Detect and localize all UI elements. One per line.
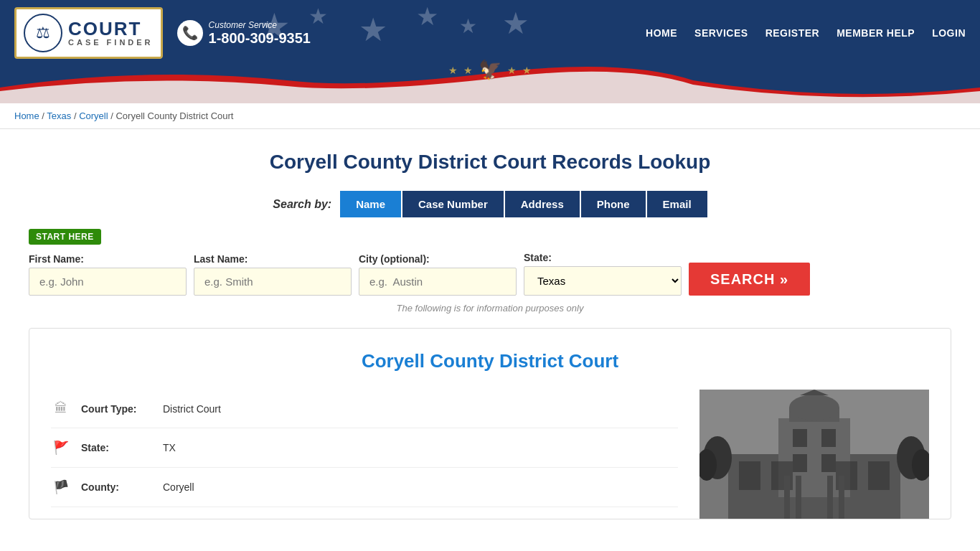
court-type-icon: 🏛 (51, 401, 71, 416)
detail-row-state: 🚩 State: TX (51, 428, 678, 468)
breadcrumb-county[interactable]: Coryell (79, 110, 108, 121)
info-note: The following is for information purpose… (29, 303, 951, 314)
courthouse-image (699, 390, 929, 519)
start-here-badge: START HERE (29, 229, 101, 245)
page-title: Coryell County District Court Records Lo… (29, 151, 951, 174)
county-icon: 🏴 (51, 479, 71, 495)
breadcrumb-home[interactable]: Home (14, 110, 39, 121)
county-detail-label: County: (81, 481, 153, 493)
svg-rect-14 (821, 454, 836, 472)
phone-icon: 📞 (177, 20, 203, 46)
court-card: Coryell County District Court 🏛 Court Ty… (29, 328, 951, 519)
header-left: ⚖ COURT CASE FINDER 📞 Customer Service 1… (14, 7, 311, 59)
svg-rect-18 (839, 476, 844, 519)
logo-text: COURT CASE FINDER (68, 19, 154, 47)
svg-rect-12 (821, 429, 836, 447)
state-detail-label: State: (81, 442, 153, 453)
logo-casefinder-text: CASE FINDER (68, 38, 154, 47)
svg-rect-11 (793, 429, 807, 447)
county-detail-value: Coryell (163, 481, 194, 493)
courthouse-svg (699, 390, 929, 519)
breadcrumb: Home / Texas / Coryell / Coryell County … (0, 103, 980, 129)
breadcrumb-state[interactable]: Texas (47, 110, 71, 121)
first-name-group: First Name: (29, 253, 187, 296)
site-header: ★ ★ ★ ★ ★ ★ ⚖ COURT CASE FINDER 📞 Custom… (0, 0, 980, 66)
state-group: State: Texas (524, 252, 682, 296)
nav-services[interactable]: SERVICES (694, 27, 748, 39)
nav-register[interactable]: REGISTER (765, 27, 820, 39)
main-content: Coryell County District Court Records Lo… (0, 129, 980, 541)
nav-home[interactable]: HOME (646, 27, 677, 39)
site-logo[interactable]: ⚖ COURT CASE FINDER (14, 7, 163, 59)
court-card-title: Coryell County District Court (51, 350, 929, 372)
svg-point-5 (789, 395, 839, 420)
last-name-group: Last Name: (194, 253, 352, 296)
detail-row-court-type: 🏛 Court Type: District Court (51, 390, 678, 428)
court-details: 🏛 Court Type: District Court 🚩 State: TX… (51, 390, 678, 507)
tab-name[interactable]: Name (340, 191, 401, 217)
nav-login[interactable]: LOGIN (932, 27, 966, 39)
tab-phone[interactable]: Phone (581, 191, 646, 217)
state-detail-value: TX (163, 442, 176, 453)
court-info-body: 🏛 Court Type: District Court 🚩 State: TX… (51, 390, 929, 519)
first-name-input[interactable] (29, 268, 187, 296)
logo-court-text: COURT (68, 19, 154, 38)
phone-label: Customer Service (209, 20, 311, 30)
state-label: State: (524, 252, 682, 263)
breadcrumb-current: Coryell County District Court (116, 110, 233, 121)
search-by-row: Search by: Name Case Number Address Phon… (29, 191, 951, 217)
search-button[interactable]: SEARCH » (689, 263, 810, 296)
svg-rect-17 (827, 476, 833, 519)
city-input[interactable] (359, 268, 517, 296)
court-type-label: Court Type: (81, 403, 153, 415)
svg-rect-7 (739, 461, 760, 490)
tab-email[interactable]: Email (647, 191, 707, 217)
phone-info: Customer Service 1-800-309-9351 (209, 20, 311, 47)
eagle-center: ★ ★ 🦅 ★ ★ (448, 59, 532, 81)
search-by-label: Search by: (273, 198, 331, 211)
last-name-label: Last Name: (194, 253, 352, 265)
search-form: First Name: Last Name: City (optional): … (29, 252, 951, 296)
main-nav: HOME SERVICES REGISTER MEMBER HELP LOGIN (646, 27, 966, 39)
svg-rect-16 (796, 476, 801, 519)
last-name-input[interactable] (194, 268, 352, 296)
logo-emblem: ⚖ (24, 14, 62, 52)
eagle-banner: ★ ★ 🦅 ★ ★ (0, 66, 980, 103)
svg-rect-15 (784, 476, 790, 519)
tab-address[interactable]: Address (505, 191, 580, 217)
tab-case-number[interactable]: Case Number (402, 191, 504, 217)
phone-number: 1-800-309-9351 (209, 30, 311, 47)
court-type-value: District Court (163, 403, 221, 415)
svg-rect-10 (868, 461, 890, 490)
detail-row-county: 🏴 County: Coryell (51, 468, 678, 507)
phone-box: 📞 Customer Service 1-800-309-9351 (177, 20, 311, 47)
first-name-label: First Name: (29, 253, 187, 265)
nav-member-help[interactable]: MEMBER HELP (837, 27, 915, 39)
svg-rect-13 (793, 454, 807, 472)
city-group: City (optional): (359, 253, 517, 296)
city-label: City (optional): (359, 253, 517, 265)
state-select[interactable]: Texas (524, 266, 682, 296)
state-icon: 🚩 (51, 440, 71, 456)
